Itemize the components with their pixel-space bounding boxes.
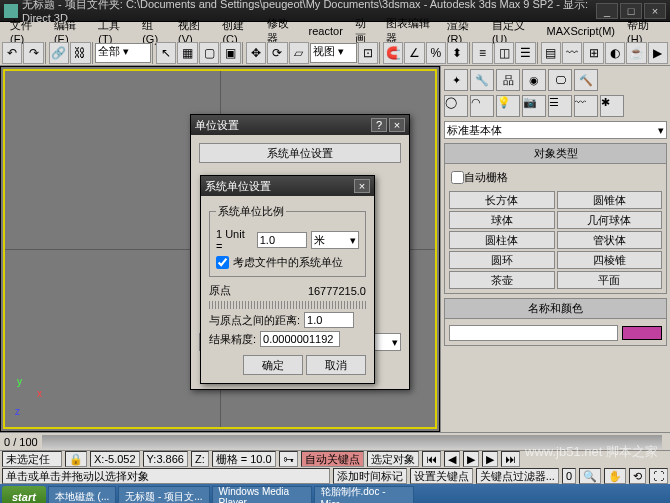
nav-maximize-icon[interactable]: ⛶ [649,468,668,484]
select-region-button[interactable]: ▢ [199,42,219,64]
select-name-button[interactable]: ▦ [177,42,197,64]
systems-subtab[interactable]: ✱ [600,95,624,117]
goto-end-button[interactable]: ⏭ [501,451,520,467]
curve-editor-button[interactable]: 〰 [562,42,582,64]
menu-file[interactable]: 文件(F) [4,18,48,45]
origin-slider[interactable] [209,301,366,309]
geometry-subtab[interactable]: ◯ [444,95,468,117]
material-editor-button[interactable]: ◐ [605,42,625,64]
key-icon[interactable]: 🗝 [279,451,298,467]
nav-pan-icon[interactable]: ✋ [604,468,626,484]
sysunits-ok-button[interactable]: 确定 [243,355,303,375]
rollout-object-type[interactable]: 对象类型 [445,144,666,164]
category-dropdown[interactable]: 标准基本体▾ [444,121,667,139]
cameras-subtab[interactable]: 📷 [522,95,546,117]
minimize-button[interactable]: _ [596,3,618,19]
percent-snap[interactable]: % [426,42,446,64]
torus-button[interactable]: 圆环 [449,251,555,269]
goto-start-button[interactable]: ⏮ [422,451,441,467]
angle-snap[interactable]: ∠ [404,42,424,64]
nav-orbit-icon[interactable]: ⟲ [629,468,646,484]
cone-button[interactable]: 圆锥体 [557,191,663,209]
dialog2-close-button[interactable]: × [354,179,370,193]
quick-render-button[interactable]: ▶ [648,42,668,64]
sphere-button[interactable]: 球体 [449,211,555,229]
keyfilter-button[interactable]: 关键点过滤器... [476,468,559,484]
respect-file-units-checkbox[interactable] [216,256,229,269]
pyramid-button[interactable]: 四棱锥 [557,251,663,269]
plane-button[interactable]: 平面 [557,271,663,289]
menu-reactor[interactable]: reactor [303,25,349,37]
selkey-dropdown[interactable]: 选定对象 [367,451,419,467]
selection-filter[interactable]: 全部 ▾ [95,43,151,63]
link-button[interactable]: 🔗 [49,42,69,64]
menu-maxscript[interactable]: MAXScript(M) [541,25,621,37]
taskbar-item-wmp[interactable]: Windows Media Player [212,486,312,503]
menu-customize[interactable]: 自定义(U) [486,18,541,45]
spinner-snap[interactable]: ⬍ [447,42,467,64]
unit-value-input[interactable] [257,232,307,248]
box-button[interactable]: 长方体 [449,191,555,209]
tube-button[interactable]: 管状体 [557,231,663,249]
schematic-button[interactable]: ⊞ [583,42,603,64]
play-button[interactable]: ▶ [463,451,479,467]
menu-create[interactable]: 创建(C) [216,18,261,45]
close-button[interactable]: × [644,3,666,19]
menu-group[interactable]: 组(G) [136,18,172,45]
scale-button[interactable]: ▱ [289,42,309,64]
rotate-button[interactable]: ⟳ [267,42,287,64]
ref-coord-dropdown[interactable]: 视图 ▾ [310,43,357,63]
display-tab[interactable]: 🖵 [548,69,572,91]
unit-type-dropdown[interactable]: 米▾ [311,231,359,249]
prev-frame-button[interactable]: ◀ [444,451,460,467]
cylinder-button[interactable]: 圆柱体 [449,231,555,249]
window-crossing-button[interactable]: ▣ [220,42,240,64]
taskbar-item-word[interactable]: 轮胎制作.doc - Micr... [314,486,414,503]
unlink-button[interactable]: ⛓ [70,42,90,64]
lights-subtab[interactable]: 💡 [496,95,520,117]
align-button[interactable]: ☰ [515,42,535,64]
move-button[interactable]: ✥ [246,42,266,64]
color-swatch[interactable] [622,326,662,340]
menu-render[interactable]: 渲染(R) [441,18,486,45]
maximize-button[interactable]: □ [620,3,642,19]
create-tab[interactable]: ✦ [444,69,468,91]
helpers-subtab[interactable]: ☰ [548,95,572,117]
dialog-close-button[interactable]: × [389,118,405,132]
autogrid-checkbox[interactable] [451,171,464,184]
menu-tools[interactable]: 工具(T) [92,18,136,45]
menu-edit[interactable]: 编辑(E) [48,18,92,45]
utilities-tab[interactable]: 🔨 [574,69,598,91]
system-unit-setup-button[interactable]: 系统单位设置 [199,143,401,163]
shapes-subtab[interactable]: ◠ [470,95,494,117]
snap-toggle[interactable]: 🧲 [383,42,403,64]
next-frame-button[interactable]: ▶ [482,451,498,467]
sysunits-cancel-button[interactable]: 取消 [306,355,366,375]
coord-y[interactable]: Y:3.866 [143,451,188,467]
time-tag-button[interactable]: 添加时间标记 [333,468,407,484]
spacewarps-subtab[interactable]: 〰 [574,95,598,117]
setkey-button[interactable]: 设置关键点 [410,468,473,484]
menu-views[interactable]: 视图(V) [172,18,216,45]
modify-tab[interactable]: 🔧 [470,69,494,91]
undo-button[interactable]: ↶ [2,42,22,64]
nav-zoom-icon[interactable]: 🔍 [579,468,601,484]
taskbar-item-3dsmax[interactable]: 无标题 - 项目文... [118,486,209,503]
coord-z[interactable]: Z: [191,451,209,467]
object-name-input[interactable] [449,325,618,341]
select-button[interactable]: ↖ [156,42,176,64]
frame-input[interactable]: 0 [562,468,576,484]
named-sel-button[interactable]: ≡ [472,42,492,64]
use-center-button[interactable]: ⊡ [358,42,378,64]
mirror-button[interactable]: ◫ [494,42,514,64]
redo-button[interactable]: ↷ [23,42,43,64]
coord-x[interactable]: X:-5.052 [90,451,140,467]
rollout-name-color[interactable]: 名称和颜色 [445,299,666,319]
autokey-button[interactable]: 自动关键点 [301,451,364,467]
lock-button[interactable]: 🔒 [65,451,87,467]
teapot-button[interactable]: 茶壶 [449,271,555,289]
start-button[interactable]: start [2,486,46,503]
dialog-help-button[interactable]: ? [371,118,387,132]
render-scene-button[interactable]: ☕ [626,42,646,64]
geosphere-button[interactable]: 几何球体 [557,211,663,229]
